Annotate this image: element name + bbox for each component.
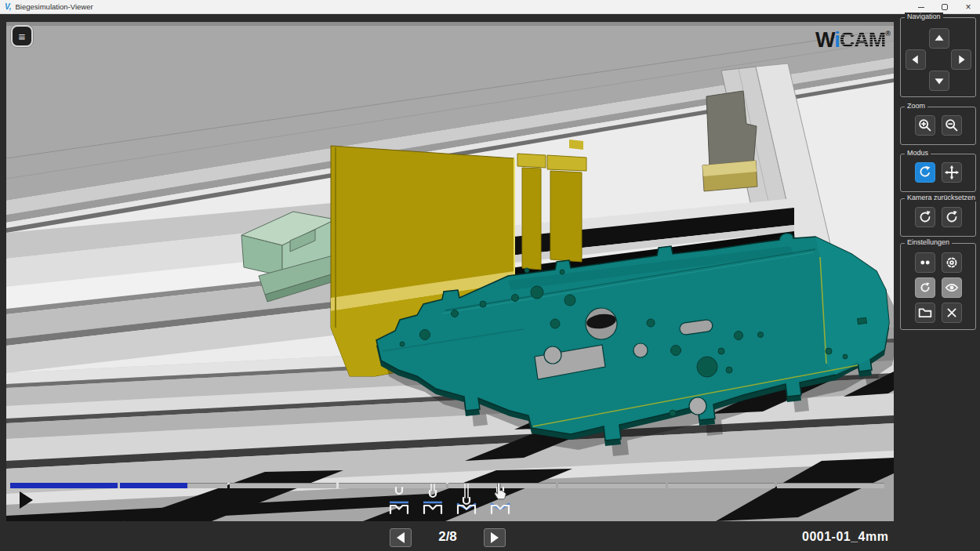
- folder-icon: [916, 304, 934, 321]
- close-icon: ×: [965, 2, 971, 12]
- bottom-bar: 2/8 0001-01_4mm: [0, 521, 980, 551]
- reset-view-button[interactable]: [942, 207, 962, 227]
- pan-right-button[interactable]: [951, 49, 971, 70]
- pan-up-button[interactable]: [929, 28, 949, 49]
- bend-step-icon-3[interactable]: [455, 484, 478, 515]
- group-label: Kamera zurücksetzen: [905, 194, 978, 201]
- two-dots-icon: [916, 254, 934, 271]
- 3d-viewport[interactable]: ≡ WiCAM®: [6, 22, 894, 521]
- bend-step-icon-1[interactable]: [387, 484, 411, 515]
- close-viewer-button[interactable]: [942, 303, 962, 323]
- group-label: Zoom: [905, 102, 927, 110]
- timeline-segment[interactable]: [668, 483, 775, 488]
- group-label: Modus: [905, 149, 931, 157]
- timeline-segment[interactable]: [120, 483, 227, 488]
- magnifier-plus-icon: [916, 117, 934, 134]
- group-navigation: Navigation: [900, 17, 976, 97]
- group-label: Einstellungen: [905, 238, 952, 246]
- prev-step-button[interactable]: [390, 528, 412, 547]
- 3d-scene[interactable]: [6, 22, 894, 521]
- refresh-icon: [916, 208, 934, 226]
- app-window: V, Biegesimulation-Viewer ×: [0, 0, 980, 551]
- triangle-left-icon: [397, 532, 405, 543]
- visibility-button[interactable]: [942, 277, 962, 298]
- move-cross-icon: [943, 164, 960, 181]
- zoom-in-button[interactable]: [915, 115, 935, 136]
- menu-button[interactable]: ≡: [11, 25, 33, 47]
- close-button[interactable]: ×: [956, 0, 980, 14]
- logo-cam: CAM: [840, 28, 886, 52]
- next-step-button[interactable]: [484, 528, 506, 547]
- eye-icon: [943, 279, 960, 296]
- triangle-down-icon: [931, 72, 948, 89]
- timeline-segment[interactable]: [10, 483, 118, 488]
- pan-left-button[interactable]: [906, 49, 926, 70]
- move-mode-button[interactable]: [942, 162, 962, 183]
- logo-i: i: [834, 28, 840, 52]
- triangle-right-icon: [953, 51, 970, 68]
- timeline-segment[interactable]: [558, 483, 666, 488]
- group-settings: Einstellungen: [900, 243, 976, 330]
- settings-button[interactable]: [942, 252, 962, 273]
- group-camera-reset: Kamera zurücksetzen: [900, 198, 976, 237]
- triangle-up-icon: [931, 30, 948, 47]
- points-button[interactable]: [915, 252, 935, 273]
- refresh-icon: [943, 208, 960, 226]
- wicam-logo: WiCAM®: [798, 28, 891, 53]
- group-label: Navigation: [905, 13, 943, 20]
- sync-arrow-icon: [916, 279, 934, 296]
- bend-step-icon-2[interactable]: [421, 484, 445, 515]
- triangle-right-icon: [491, 532, 499, 543]
- maximize-icon: [942, 4, 948, 10]
- group-modus: Modus: [900, 154, 976, 192]
- minimize-icon: [918, 7, 924, 8]
- triangle-left-icon: [907, 51, 924, 68]
- gear-icon: [943, 254, 960, 271]
- zoom-out-button[interactable]: [942, 115, 962, 136]
- pan-down-button[interactable]: [929, 71, 949, 91]
- auto-rotate-button[interactable]: [915, 277, 935, 298]
- logo-w: W: [815, 28, 834, 52]
- group-zoom: Zoom: [900, 107, 976, 145]
- timeline-segment[interactable]: [777, 483, 884, 488]
- title-bar: V, Biegesimulation-Viewer ×: [0, 0, 980, 14]
- app-icon: V,: [5, 2, 12, 11]
- hamburger-icon: ≡: [19, 30, 26, 43]
- open-file-button[interactable]: [915, 303, 935, 323]
- play-button[interactable]: [20, 491, 33, 509]
- part-name: 0001-01_4mm: [802, 530, 888, 544]
- window-title: Biegesimulation-Viewer: [16, 2, 93, 11]
- rotate-mode-button[interactable]: [915, 162, 935, 183]
- step-page-indicator: 2/8: [420, 529, 475, 545]
- registered-mark: ®: [885, 30, 891, 38]
- reset-camera-button[interactable]: [915, 207, 935, 227]
- x-cross-icon: [943, 304, 960, 321]
- timeline-segment[interactable]: [230, 483, 337, 488]
- hand-cursor-icon: [492, 481, 510, 502]
- rotate-arrow-icon: [916, 164, 934, 181]
- magnifier-minus-icon: [943, 117, 960, 134]
